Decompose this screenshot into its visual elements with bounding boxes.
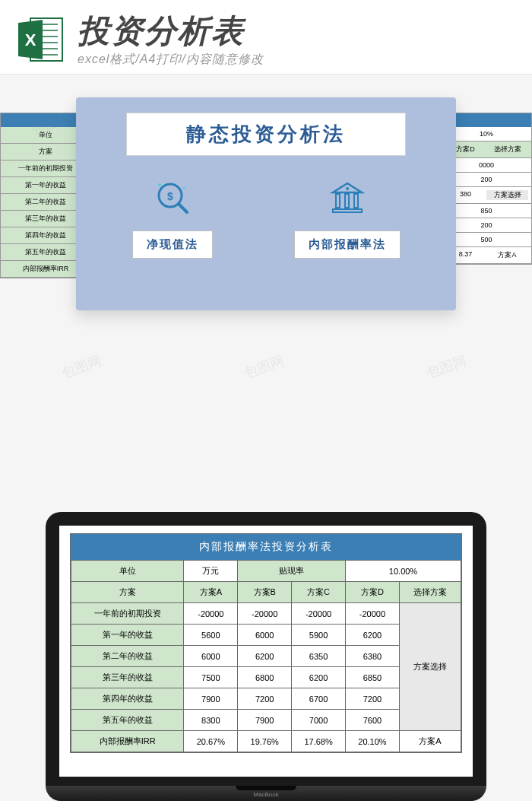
svg-point-19: [346, 187, 349, 190]
unit-value: 万元: [184, 561, 238, 582]
cell: -20000: [184, 603, 238, 625]
col-d: 方案D: [346, 582, 400, 603]
cell: 6350: [292, 646, 346, 667]
rate-label: 贴现率: [238, 561, 346, 582]
cell: 7200: [238, 688, 292, 710]
page-title: 投资分析表: [78, 14, 517, 49]
method-card: 静态投资分析法 $ 净现值法: [76, 97, 456, 310]
cell: 8300: [184, 710, 238, 731]
cell: 7600: [346, 710, 400, 731]
col-plan: 方案: [71, 582, 184, 603]
cell: 6200: [238, 646, 292, 667]
cell: 5600: [184, 625, 238, 646]
bank-icon: [328, 179, 366, 217]
svg-rect-16: [345, 194, 349, 208]
svg-rect-15: [336, 194, 340, 208]
card-title-box: 静态投资分析法: [126, 113, 406, 156]
row-label: 第三年的收益: [71, 667, 184, 688]
bg-sel: 选择方案: [486, 145, 528, 154]
cell: 6200: [292, 667, 346, 688]
cell: 7500: [184, 667, 238, 688]
npv-method-button[interactable]: 净现值法: [132, 230, 213, 259]
sheet-title: 内部报酬率法投资分析表: [71, 534, 461, 560]
laptop-label: MacBook: [253, 791, 278, 798]
cell: -20000: [238, 603, 292, 625]
result-cell: 方案A: [399, 731, 461, 752]
data-table: 单位 万元 贴现率 10.00% 方案 方案A 方案B 方案C 方案D 选择方案: [71, 560, 461, 752]
bg-result: 方案A: [486, 250, 528, 260]
cell: 6850: [346, 667, 400, 688]
analysis-sheet: 内部报酬率法投资分析表 单位 万元 贴现率 10.00% 方案 方案A 方案B: [70, 533, 462, 753]
page-header: X 投资分析表 excel格式/A4打印/内容随意修改: [0, 0, 532, 75]
cell: 6000: [184, 646, 238, 667]
magnify-money-icon: $: [154, 179, 192, 217]
bg-rate: 10%: [445, 130, 528, 138]
row-label: 第四年的收益: [71, 688, 184, 710]
cell: 7000: [292, 710, 346, 731]
cell: 6000: [238, 625, 292, 646]
cell: -20000: [292, 603, 346, 625]
col-a: 方案A: [184, 582, 238, 603]
select-button[interactable]: 方案选择: [486, 190, 528, 200]
cell: 6380: [346, 646, 400, 667]
cell: 6800: [238, 667, 292, 688]
cell: 19.76%: [238, 731, 292, 752]
page-subtitle: excel格式/A4打印/内容随意修改: [78, 52, 517, 68]
cell: 7900: [184, 688, 238, 710]
irr-method-button[interactable]: 内部报酬率法: [294, 230, 401, 259]
col-select: 选择方案: [399, 582, 461, 603]
select-plan-button[interactable]: 方案选择: [399, 603, 461, 731]
row-label: 一年前的初期投资: [71, 603, 184, 625]
svg-text:$: $: [167, 190, 173, 202]
col-c: 方案C: [292, 582, 346, 603]
row-label: 第二年的收益: [71, 646, 184, 667]
cell: 17.68%: [292, 731, 346, 752]
row-label: 内部报酬率IRR: [71, 731, 184, 752]
excel-icon: X: [15, 14, 67, 65]
mid-section: 单位 方案 一年前的初期投资 第一年的收益 第二年的收益 第三年的收益 第四年的…: [0, 97, 532, 356]
laptop-section: 内部报酬率法投资分析表 单位 万元 贴现率 10.00% 方案 方案A 方案B: [0, 451, 532, 801]
table-row: 内部报酬率IRR 20.67% 19.76% 17.68% 20.10% 方案A: [71, 731, 461, 752]
table-row: 一年前的初期投资 -20000 -20000 -20000 -20000 方案选…: [71, 603, 461, 625]
svg-line-10: [179, 204, 187, 212]
row-label: 第五年的收益: [71, 710, 184, 731]
row-label: 第一年的收益: [71, 625, 184, 646]
cell: 6700: [292, 688, 346, 710]
cell: 20.10%: [346, 731, 400, 752]
cell: 20.67%: [184, 731, 238, 752]
laptop-mockup: 内部报酬率法投资分析表 单位 万元 贴现率 10.00% 方案 方案A 方案B: [46, 512, 486, 801]
svg-point-13: [182, 187, 185, 189]
rate-value: 10.00%: [346, 561, 461, 582]
col-b: 方案B: [238, 582, 292, 603]
cell: 7200: [346, 688, 400, 710]
svg-rect-18: [333, 209, 362, 212]
cell: -20000: [346, 603, 400, 625]
unit-label: 单位: [71, 561, 184, 582]
cell: 7900: [238, 710, 292, 731]
svg-text:X: X: [25, 30, 36, 49]
cell: 6200: [346, 625, 400, 646]
cell: 5900: [292, 625, 346, 646]
svg-point-12: [158, 183, 161, 186]
svg-rect-17: [354, 194, 358, 208]
card-title: 静态投资分析法: [142, 121, 390, 148]
